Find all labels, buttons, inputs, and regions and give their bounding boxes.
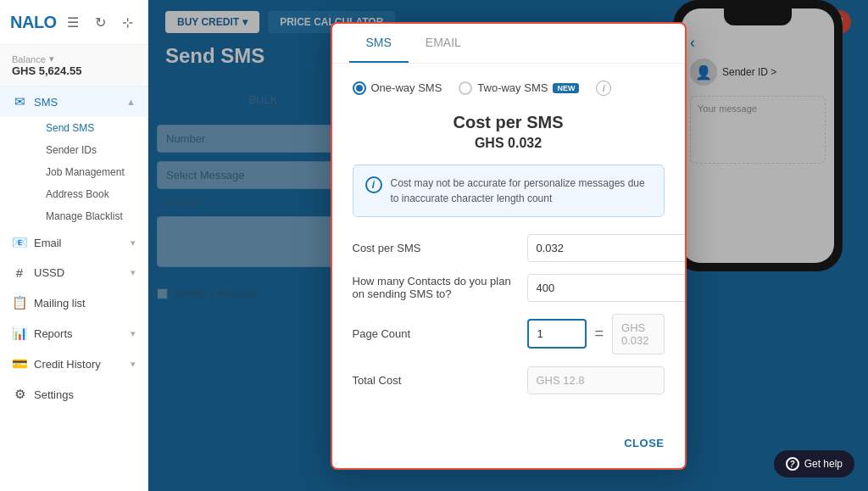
sidebar-item-send-sms[interactable]: Send SMS (34, 117, 147, 139)
sidebar-item-job-management[interactable]: Job Management (34, 161, 147, 183)
refresh-icon[interactable]: ↻ (90, 12, 110, 32)
cost-per-sms-title: Cost per SMS (353, 113, 665, 132)
modal-overlay: SMS EMAIL One-way SMS (148, 0, 868, 491)
sms-type-row: One-way SMS Two-way SMS NEW i (353, 81, 665, 96)
sidebar-item-settings[interactable]: ⚙ Settings (0, 379, 147, 410)
balance-section: Balance ▾ GHS 5,624.55 (0, 45, 147, 86)
total-cost-row: Total Cost GHS 12.8 (353, 366, 665, 394)
credit-history-icon: 💳 (12, 356, 27, 371)
sidebar-item-label-ussd: USSD (34, 266, 64, 279)
contacts-count-row: How many Contacts do you plan on sending… (353, 274, 665, 302)
chevron-down-icon-email: ▾ (131, 237, 136, 248)
sidebar-item-label-reports: Reports (34, 327, 73, 340)
modal-tab-email[interactable]: EMAIL (409, 24, 478, 63)
two-way-sms-option[interactable]: Two-way SMS NEW (459, 81, 579, 95)
logo: NALO (10, 13, 57, 32)
page-count-label: Page Count (353, 327, 514, 340)
one-way-radio[interactable] (353, 81, 366, 95)
page-count-row: Page Count = GHS 0.032 (353, 314, 665, 354)
mailing-list-icon: 📋 (12, 295, 27, 310)
sidebar-item-email[interactable]: 📧 Email ▾ (0, 227, 147, 258)
sidebar-item-reports[interactable]: 📊 Reports ▾ (0, 318, 147, 349)
cost-per-sms-row: Cost per SMS (353, 234, 665, 262)
new-badge: NEW (553, 83, 579, 93)
chevron-down-icon[interactable]: ▾ (49, 53, 54, 64)
modal-tab-sms[interactable]: SMS (349, 24, 409, 63)
warning-box: i Cost may not be accurate for personali… (353, 165, 665, 217)
total-cost-label: Total Cost (353, 374, 514, 387)
warning-info-icon: i (365, 176, 382, 193)
get-help-label: Get help (804, 458, 843, 470)
contacts-count-input[interactable] (527, 274, 687, 302)
contacts-count-label: How many Contacts do you plan on sending… (353, 275, 514, 300)
sidebar-item-sender-ids[interactable]: Sender IDs (34, 139, 147, 161)
settings-icon: ⚙ (12, 387, 27, 402)
help-circle-icon: ? (786, 457, 799, 471)
modal-tabs: SMS EMAIL (332, 24, 685, 64)
modal-body: One-way SMS Two-way SMS NEW i Cost per S… (332, 64, 685, 423)
email-icon: 📧 (12, 235, 27, 250)
ussd-icon: # (12, 265, 27, 280)
price-calculator-modal: SMS EMAIL One-way SMS (331, 22, 687, 470)
sub-nav-sms: Send SMS Sender IDs Job Management Addre… (0, 117, 147, 227)
sms-icon: ✉ (12, 94, 27, 109)
one-way-sms-label: One-way SMS (371, 81, 442, 94)
cost-per-sms-value: GHS 0.032 (353, 136, 665, 151)
sidebar-item-ussd[interactable]: # USSD ▾ (0, 258, 147, 287)
chevron-down-icon-reports: ▾ (131, 328, 136, 339)
cost-per-sms-label: Cost per SMS (353, 242, 514, 254)
balance-label: Balance ▾ (12, 53, 136, 64)
two-way-sms-label: Two-way SMS (477, 81, 548, 94)
per-page-cost-display: GHS 0.032 (612, 314, 664, 354)
balance-amount: GHS 5,624.55 (12, 64, 136, 77)
sidebar-item-manage-blacklist[interactable]: Manage Blacklist (34, 205, 147, 227)
two-way-radio[interactable] (459, 81, 472, 95)
page-count-controls: = GHS 0.032 (527, 314, 665, 354)
one-way-sms-option[interactable]: One-way SMS (353, 81, 442, 95)
sidebar-item-sms[interactable]: ✉ SMS ▲ (0, 86, 147, 117)
sidebar-item-label-settings: Settings (34, 388, 74, 401)
modal-footer: CLOSE (332, 423, 685, 468)
equals-sign: = (595, 325, 604, 343)
close-button[interactable]: CLOSE (624, 432, 664, 455)
total-cost-display: GHS 12.8 (527, 366, 665, 394)
app-container: NALO ☰ ↻ ⊹ Balance ▾ GHS 5,624.55 ✉ SMS … (0, 0, 868, 491)
sidebar-item-credit-history[interactable]: 💳 Credit History ▾ (0, 349, 147, 379)
cost-per-sms-input[interactable] (527, 234, 687, 262)
chevron-down-icon-ussd: ▾ (131, 267, 136, 278)
sidebar-item-label-mailing-list: Mailing list (34, 297, 86, 310)
sidebar-item-address-book[interactable]: Address Book (34, 183, 147, 205)
sidebar-item-label-credit-history: Credit History (34, 358, 101, 371)
chevron-up-icon: ▲ (126, 97, 136, 107)
main-content: BUY CREDIT ▾ PRICE CALCULATOR nal_market… (148, 0, 868, 491)
expand-icon[interactable]: ⊹ (117, 12, 137, 32)
sidebar-item-mailing-list[interactable]: 📋 Mailing list (0, 287, 147, 318)
one-way-radio-dot (356, 85, 363, 92)
sidebar-item-label-email: Email (34, 237, 62, 249)
sidebar-item-label-sms: SMS (34, 96, 58, 109)
menu-icon[interactable]: ☰ (63, 12, 83, 32)
sidebar: NALO ☰ ↻ ⊹ Balance ▾ GHS 5,624.55 ✉ SMS … (0, 0, 148, 491)
get-help-button[interactable]: ? Get help (774, 450, 854, 477)
info-icon[interactable]: i (596, 81, 611, 96)
sidebar-header: NALO ☰ ↻ ⊹ (0, 0, 147, 45)
page-count-input[interactable] (527, 319, 587, 349)
sidebar-icons: ☰ ↻ ⊹ (63, 12, 137, 32)
chevron-down-icon-credit: ▾ (131, 359, 136, 370)
warning-text: Cost may not be accurate for personalize… (391, 176, 652, 206)
reports-icon: 📊 (12, 326, 27, 341)
